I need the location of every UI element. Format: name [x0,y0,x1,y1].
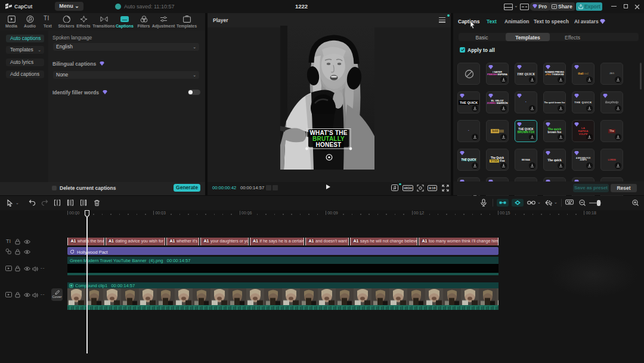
svg-text:HONEST: HONEST [316,141,342,148]
